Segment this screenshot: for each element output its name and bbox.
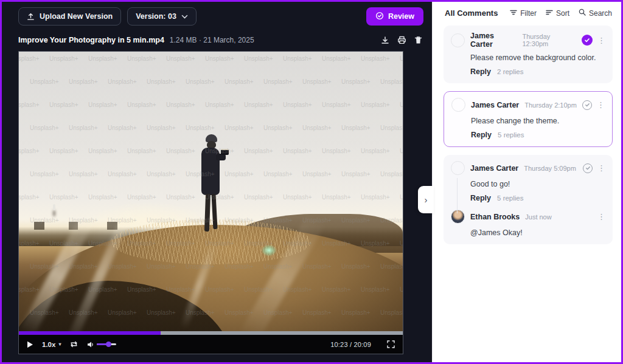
watermark-text: Unsplash+ — [400, 148, 403, 154]
avatar — [451, 98, 465, 112]
caret-down-icon: ▾ — [58, 342, 61, 347]
reply-button[interactable]: Reply — [470, 194, 491, 202]
more-options-icon[interactable]: ⋮ — [597, 213, 605, 221]
filter-button[interactable]: Filter — [510, 9, 537, 18]
watermark-text: Unsplash+ — [244, 194, 273, 201]
more-options-icon[interactable]: ⋮ — [597, 101, 605, 109]
version-dropdown[interactable]: Version: 03 — [127, 7, 197, 26]
watermark-text: Unsplash+ — [69, 125, 98, 131]
more-options-icon[interactable]: ⋮ — [597, 164, 605, 172]
watermark-text: Unsplash+ — [361, 148, 390, 154]
volume-slider-handle[interactable] — [106, 342, 111, 347]
sort-button[interactable]: Sort — [546, 9, 569, 18]
volume-control[interactable] — [87, 341, 116, 348]
watermark-text: Unsplash+ — [341, 309, 371, 316]
search-label: Search — [589, 9, 612, 18]
watermark-text: Unsplash+ — [283, 55, 312, 62]
reply-text: @James Okay! — [470, 228, 605, 237]
download-icon[interactable] — [381, 36, 389, 44]
loop-icon[interactable] — [69, 340, 78, 348]
comment-time: Thursday 2:10pm — [524, 101, 577, 109]
watermark-text: Unsplash+ — [380, 78, 403, 85]
replies-count[interactable]: 5 replies — [498, 131, 524, 139]
watermark-text: Unsplash+ — [302, 78, 332, 85]
replies-count[interactable]: 2 replies — [497, 68, 523, 75]
watermark-text: Unsplash+ — [380, 217, 403, 224]
watermark-text: Unsplash+ — [400, 240, 403, 247]
watermark-text: Unsplash+ — [49, 148, 78, 154]
watermark-text: Unsplash+ — [341, 217, 371, 224]
watermark-text: Unsplash+ — [283, 286, 312, 293]
reply-button[interactable]: Reply — [470, 67, 491, 76]
review-button[interactable]: Review — [366, 7, 423, 26]
watermark-text: Unsplash+ — [205, 101, 234, 108]
watermark-text: Unsplash+ — [88, 240, 117, 247]
video-progress-bar[interactable] — [19, 331, 403, 335]
watermark-text: Unsplash+ — [322, 101, 351, 108]
watermark-text: Unsplash+ — [88, 286, 117, 293]
watermark-text: Unsplash+ — [283, 194, 312, 201]
playback-speed-button[interactable]: 1.0x ▾ — [42, 341, 61, 348]
watermark-text: Unsplash+ — [19, 55, 40, 62]
watermark-text: Unsplash+ — [263, 309, 293, 316]
upload-new-version-button[interactable]: Upload New Version — [18, 7, 121, 26]
reply-button[interactable]: Reply — [471, 131, 492, 139]
app-window: Upload New Version Version: 03 Review Im… — [0, 0, 623, 364]
watermark-text: Unsplash+ — [147, 78, 176, 85]
watermark-text: Unsplash+ — [263, 125, 293, 131]
watermark-text: Unsplash+ — [205, 194, 234, 201]
resolve-check-icon[interactable] — [583, 163, 593, 173]
volume-slider[interactable] — [97, 343, 116, 345]
watermark-text: Unsplash+ — [186, 125, 215, 131]
watermark-text: Unsplash+ — [166, 194, 195, 201]
comment-author: James Carter — [470, 164, 518, 173]
comments-panel-header: All Comments Filter Sort — [433, 2, 621, 23]
watermark-text: Unsplash+ — [302, 125, 332, 131]
watermark-text: Unsplash+ — [341, 171, 371, 177]
replies-count[interactable]: 5 replies — [497, 194, 523, 202]
more-options-icon[interactable]: ⋮ — [597, 36, 605, 44]
watermark-text: Unsplash+ — [19, 286, 40, 293]
fullscreen-icon[interactable] — [387, 340, 395, 348]
watermark-text: Unsplash+ — [127, 194, 156, 201]
comment-reply[interactable]: Ethan Brooks Just now ⋮ @James Okay! — [451, 210, 605, 237]
search-icon — [579, 9, 586, 18]
comment-card-selected[interactable]: James Carter Thursday 2:10pm ⋮ Please ch… — [444, 91, 613, 147]
watermark-text: Unsplash+ — [166, 101, 195, 108]
watermark-text: Unsplash+ — [322, 286, 351, 293]
volume-icon — [87, 341, 94, 348]
file-meta: 1.24 MB · 21 March, 2025 — [170, 36, 254, 44]
resolve-check-icon[interactable] — [582, 100, 592, 110]
watermark-text: Unsplash+ — [361, 286, 390, 293]
video-frame[interactable]: Unsplash+Unsplash+Unsplash+Unsplash+Unsp… — [19, 52, 403, 331]
trash-icon[interactable] — [414, 36, 422, 44]
top-toolbar: Upload New Version Version: 03 Review — [2, 2, 432, 26]
watermark-text: Unsplash+ — [108, 263, 137, 270]
play-icon[interactable] — [27, 341, 33, 348]
watermark-text: Unsplash+ — [88, 194, 117, 201]
filter-icon — [510, 9, 517, 18]
panel-actions: Filter Sort Search — [510, 9, 612, 18]
avatar — [451, 33, 465, 47]
search-button[interactable]: Search — [579, 9, 612, 18]
watermark-text: Unsplash+ — [69, 263, 98, 270]
comment-card[interactable]: James Carter Thursday 5:09pm ⋮ Good to g… — [444, 155, 613, 244]
watermark-text: Unsplash+ — [322, 240, 351, 247]
comment-card[interactable]: James Carter Thursday 12:30pm ⋮ Please r… — [444, 26, 613, 83]
watermark-text: Unsplash+ — [361, 101, 390, 108]
watermark-text: Unsplash+ — [127, 101, 156, 108]
watermark-text: Unsplash+ — [88, 101, 117, 108]
watermark-text: Unsplash+ — [49, 286, 78, 293]
watermark-text: Unsplash+ — [263, 171, 293, 177]
watermark-text: Unsplash+ — [186, 171, 215, 177]
watermark-text: Unsplash+ — [147, 217, 176, 224]
comments-panel-toggle[interactable]: › — [418, 186, 434, 213]
resolved-check-icon[interactable] — [582, 35, 593, 46]
file-name: Improve Your Photography in 5 min.mp4 — [18, 36, 164, 44]
watermark-text: Unsplash+ — [361, 194, 390, 201]
watermark-text: Unsplash+ — [263, 263, 293, 270]
print-icon[interactable] — [397, 36, 406, 44]
watermark-text: Unsplash+ — [341, 263, 371, 270]
watermark-text: Unsplash+ — [186, 78, 215, 85]
video-player: Unsplash+Unsplash+Unsplash+Unsplash+Unsp… — [18, 51, 403, 354]
